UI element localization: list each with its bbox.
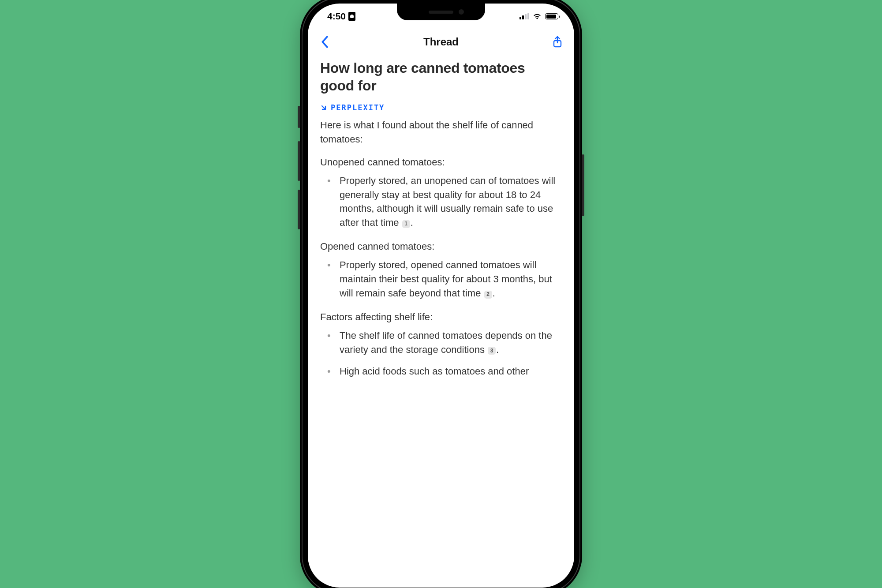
wifi-icon (533, 13, 542, 19)
nav-bar: Thread (308, 29, 574, 55)
citation-badge[interactable]: 1 (402, 220, 410, 228)
list-item-suffix: . (493, 288, 495, 299)
chevron-left-icon (321, 36, 329, 48)
section-heading: Factors affecting shelf life: (320, 310, 562, 324)
answer-body: Here is what I found about the shelf lif… (320, 118, 562, 378)
phone-frame: 4:50 (300, 0, 582, 588)
phone-screen: 4:50 (308, 4, 574, 588)
phone-silent-switch (298, 106, 300, 128)
list-item-suffix: . (411, 217, 413, 228)
answer-intro: Here is what I found about the shelf lif… (320, 118, 562, 146)
status-right (519, 13, 558, 19)
source-label[interactable]: PERPLEXITY (320, 103, 562, 112)
phone-speaker (429, 11, 453, 14)
arrow-down-right-icon (320, 104, 327, 111)
list-item-text: High acid foods such as tomatoes and oth… (340, 366, 529, 377)
status-time: 4:50 (327, 11, 346, 22)
list-item-text: The shelf life of canned tomatoes depend… (340, 330, 552, 355)
thread-content: How long are canned tomatoes good for PE… (308, 55, 574, 378)
answer-list: The shelf life of canned tomatoes depend… (320, 329, 562, 379)
back-button[interactable] (316, 33, 333, 51)
phone-power-button (582, 154, 584, 216)
answer-list: Properly stored, opened canned tomatoes … (320, 258, 562, 300)
question-heading: How long are canned tomatoes good for (320, 59, 562, 94)
phone-notch (397, 4, 485, 20)
phone-camera (459, 9, 464, 15)
share-button[interactable] (549, 33, 566, 51)
list-item: Properly stored, opened canned tomatoes … (326, 258, 562, 300)
answer-list: Properly stored, an unopened can of toma… (320, 174, 562, 230)
list-item: The shelf life of canned tomatoes depend… (326, 329, 562, 357)
section-heading: Opened canned tomatoes: (320, 240, 562, 254)
list-item: Properly stored, an unopened can of toma… (326, 174, 562, 230)
list-item: High acid foods such as tomatoes and oth… (326, 364, 562, 378)
phone-volume-down (298, 190, 300, 229)
share-icon (552, 36, 563, 48)
phone-volume-up (298, 141, 300, 181)
citation-badge[interactable]: 3 (488, 347, 496, 355)
cellular-signal-icon (519, 13, 529, 19)
list-item-suffix: . (496, 344, 499, 355)
page-title: Thread (423, 36, 459, 48)
section-heading: Unopened canned tomatoes: (320, 155, 562, 169)
source-name: PERPLEXITY (331, 103, 385, 112)
list-item-text: Properly stored, an unopened can of toma… (340, 175, 555, 228)
contact-card-icon (348, 12, 355, 21)
list-item-text: Properly stored, opened canned tomatoes … (340, 259, 552, 299)
battery-icon (545, 13, 558, 19)
status-left: 4:50 (327, 11, 355, 22)
citation-badge[interactable]: 2 (484, 291, 492, 299)
